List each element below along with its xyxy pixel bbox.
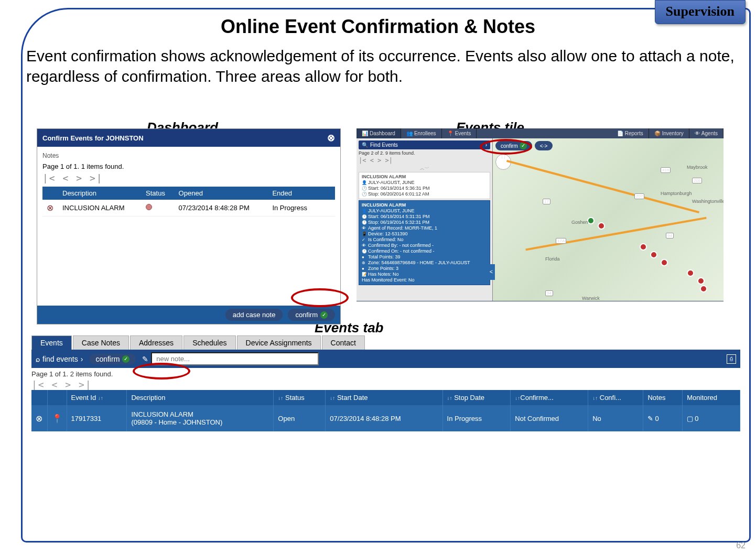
tab-dashboard[interactable]: 📊 Dashboard (357, 128, 401, 138)
cell-status: Open (274, 405, 326, 431)
note-icon: ✎ (647, 415, 653, 422)
add-case-note-button[interactable]: add case note (225, 309, 283, 321)
col-start[interactable]: ↓↑ Start Date (326, 390, 442, 405)
pager-next-icon[interactable]: > (76, 172, 83, 183)
map-marker-icon[interactable] (687, 269, 694, 277)
col-description[interactable]: Description (127, 390, 274, 405)
close-icon[interactable]: ⊗ (36, 414, 42, 423)
col-monitored[interactable]: Monitored (683, 390, 740, 405)
map-marker-icon[interactable] (661, 259, 668, 266)
dashboard-header-text: Confirm Events for JOHNSTON (42, 134, 144, 142)
expand-button[interactable]: <·> (535, 141, 553, 150)
pager-prev-icon[interactable]: < (63, 172, 70, 183)
tile-left-panel: 🔍 Find Events › Page 2 of 2. 9 items fou… (357, 138, 493, 301)
find-events-label: find events (42, 355, 78, 363)
tile-pager[interactable]: |< < > >| (359, 157, 490, 164)
tab-schedules[interactable]: Schedules (183, 335, 235, 350)
dashboard-body: Notes Page 1 of 1. 1 items found. |< < >… (37, 147, 340, 222)
tab-reports[interactable]: 📄 Reports (612, 128, 649, 138)
pager-first-icon[interactable]: |< (31, 379, 45, 390)
map-label: 17A (556, 238, 566, 244)
tab-inventory[interactable]: 📦 Inventory (649, 128, 689, 138)
tab-device-assignments[interactable]: Device Assignments (237, 335, 321, 350)
page-number: 62 (736, 541, 746, 550)
device-icon: 📱 (362, 232, 366, 236)
tab-events[interactable]: 📍 Events (442, 128, 477, 138)
person-icon: 👤 (362, 180, 366, 185)
map-marker-icon[interactable] (700, 285, 707, 292)
col-opened[interactable]: Opened (175, 187, 268, 200)
close-icon[interactable]: ⊗ (47, 203, 53, 212)
card-start: Start: 06/19/2014 5:36:31 PM (368, 186, 430, 191)
sort-icon: ↓↑ (515, 395, 520, 401)
map-marker-icon[interactable] (697, 277, 705, 285)
col-description[interactable]: Description (58, 187, 142, 200)
map-place: Florida (545, 256, 560, 262)
map-marker-icon[interactable] (640, 243, 647, 251)
table-row[interactable]: ⊗ 📍 17917331 INCLUSION ALARM (09809 - Ho… (31, 405, 740, 431)
sort-icon: ↓↑ (447, 395, 452, 401)
page-info: Page 1 of 1. 1 items found. (42, 162, 335, 170)
et-pager[interactable]: |< < > >| (31, 379, 740, 390)
card-title: INCLUSION ALARM (362, 202, 487, 208)
notes-label: Notes (42, 152, 335, 159)
pager-last-icon[interactable]: >| (90, 172, 103, 183)
tab-contact[interactable]: Contact (322, 335, 365, 350)
pager[interactable]: |< < > >| (42, 172, 335, 183)
card-stop: Stop: 06/20/2014 6:01:12 AM (368, 191, 429, 197)
tab-agents[interactable]: 👁 Agents (689, 128, 723, 138)
export-icon[interactable]: ⎙ (727, 354, 736, 364)
tab-addresses[interactable]: Addresses (130, 335, 182, 350)
sort-icon: ↓↑ (98, 395, 103, 401)
cell-start: 07/23/2014 8:48:28 PM (326, 405, 442, 431)
tab-case-notes[interactable]: Case Notes (73, 335, 129, 350)
map-panel[interactable]: confirm ✓ <·> ⟨ ⟩ 416 208 207 17 17A 94 … (493, 138, 723, 301)
events-tab-section: Events Case Notes Addresses Schedules De… (31, 335, 740, 431)
col-notes[interactable]: Notes (643, 390, 683, 405)
col-event-id[interactable]: Event Id ↓↑ (67, 390, 127, 405)
find-events-button[interactable]: 🔍 Find Events › (359, 140, 490, 149)
table-row[interactable]: ⊗ INCLUSION ALARM 07/23/2014 8:48:28 PM … (42, 200, 335, 216)
card-person: JULY-AUGUST, JUNE (368, 180, 415, 185)
new-note-input[interactable] (151, 352, 319, 365)
confirm-button[interactable]: confirm ✓ (89, 354, 136, 364)
sort-icon: ↓↑ (592, 395, 598, 401)
dashboard-footer: add case note confirm ✓ (37, 306, 340, 324)
pager-last-icon[interactable]: >| (79, 379, 92, 390)
map-marker-icon[interactable] (650, 251, 657, 258)
col-ended[interactable]: Ended (268, 187, 319, 200)
alarm-card[interactable]: INCLUSION ALARM 👤JULY-AUGUST, JUNE 🕐Star… (359, 172, 490, 199)
check-icon: ✓ (520, 142, 527, 149)
col-blank (31, 390, 47, 405)
col-blank (47, 390, 67, 405)
col-status[interactable]: Status (142, 187, 175, 200)
close-icon[interactable]: ⊗ (327, 132, 335, 144)
col-stop[interactable]: ↓↑ Stop Date (442, 390, 511, 405)
dashboard-header: Confirm Events for JOHNSTON ⊗ (37, 129, 340, 147)
find-events-button[interactable]: ⌕ find events › (36, 355, 83, 363)
new-note-field[interactable]: ✎ (142, 352, 319, 365)
confirm-button[interactable]: confirm ✓ (495, 141, 532, 150)
map-label: 94 (545, 290, 553, 296)
col-confirmed[interactable]: ↓↑Confirme... (511, 390, 588, 405)
cell-notes[interactable]: ✎0 (643, 405, 683, 431)
tab-enrollees[interactable]: 👥 Enrollees (401, 128, 442, 138)
cell-monitored[interactable]: ▢0 (683, 405, 740, 431)
confirm-button[interactable]: confirm ✓ (288, 309, 335, 321)
map-marker-icon[interactable] (598, 222, 605, 230)
edit-icon: ✎ (142, 355, 148, 363)
map-label: 208 (692, 178, 702, 183)
pager-first-icon[interactable]: |< (42, 172, 56, 183)
collapse-icon[interactable]: ︿﹀ (359, 165, 490, 172)
tab-inventory-label: Inventory (662, 131, 684, 136)
map-marker-icon[interactable] (587, 217, 595, 224)
pager-next-icon[interactable]: > (65, 379, 72, 390)
col-status[interactable]: ↓↑ Status (274, 390, 326, 405)
collapse-left-icon[interactable]: < (488, 264, 495, 280)
tab-events[interactable]: Events (31, 335, 72, 350)
alarm-card-selected[interactable]: INCLUSION ALARM 👤JULY-AUGUST, JUNE 🕐Star… (359, 200, 490, 285)
chevron-right-icon: › (485, 142, 487, 148)
pin-icon[interactable]: 📍 (52, 414, 62, 423)
col-confi[interactable]: ↓↑ Confi... (588, 390, 643, 405)
pager-prev-icon[interactable]: < (52, 379, 59, 390)
